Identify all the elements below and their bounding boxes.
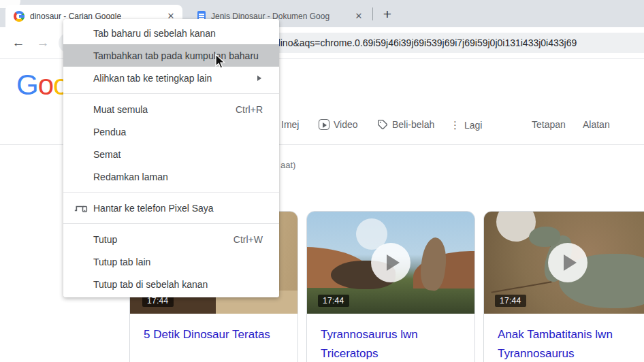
video-thumbnail[interactable]: 17:44 [484,212,644,314]
menu-separator [63,192,279,193]
video-title-link[interactable]: Anak Tambatitanis lwn Tyrannosaurus [484,314,644,362]
tab-context-menu: Tab baharu di sebelah kanan Tambahkan ta… [63,19,279,297]
video-icon [319,119,329,130]
tag-icon [377,119,388,130]
logo-letter: G [16,69,38,101]
mouse-cursor [212,54,227,70]
video-title-link[interactable]: 5 Detik Dinosaur Teratas [130,314,297,344]
submenu-arrow-icon [257,76,261,81]
menu-shortcut: Ctrl+W [234,234,263,245]
menu-label: Tutup tab lain [93,257,150,267]
play-button-icon[interactable] [371,243,410,282]
menu-label: Tutup [93,234,117,245]
nav-label: Lagi [464,120,482,131]
tab-title-fade [331,5,354,27]
video-thumbnail[interactable]: 17:44 [307,212,474,314]
nav-label: Tetapan [532,119,566,130]
menu-label: Tambahkan tab pada kumpulan baharu [93,50,259,61]
logo-letter: o [38,69,53,101]
menu-item-pin[interactable]: Semat [63,143,279,165]
menu-label: Semat [93,149,120,160]
more-dots-icon: ⋮ [450,119,460,131]
menu-separator [63,223,279,224]
result-stats-fragment: aat) [280,160,295,170]
menu-item-mute-site[interactable]: Redamkan laman [63,165,279,188]
nav-lagi[interactable]: ⋮ Lagi [450,119,482,131]
nav-tetapan[interactable]: Tetapan [532,119,566,130]
play-button-icon[interactable] [548,243,587,282]
menu-item-close[interactable]: Tutup Ctrl+W [63,228,279,250]
menu-item-move-tab-to-other-window[interactable]: Alihkan tab ke tetingkap lain [63,67,279,89]
back-icon[interactable]: ← [10,34,27,52]
nav-imej[interactable]: Imej [281,119,299,130]
url-text: q=dino&aqs=chrome.0.69i59j46i39j69i539j6… [264,37,577,48]
tab-separator [372,7,373,20]
nav-label: Imej [281,119,299,130]
menu-label: Pendua [93,127,126,137]
video-card[interactable]: 17:44 Anak Tambatitanis lwn Tyrannosauru… [483,211,644,362]
forward-icon: → [34,34,52,52]
dinosaur-head-shape [529,227,560,247]
menu-label: Hantar ke telefon Pixel Saya [93,203,214,214]
menu-item-add-tab-to-new-group[interactable]: Tambahkan tab pada kumpulan baharu [63,44,279,67]
browser-window: dinosaur - Carian Google ✕ Jenis Dinosau… [0,0,644,362]
new-tab-button[interactable]: + [379,5,396,23]
menu-label: Alihkan tab ke tetingkap lain [93,73,212,84]
menu-label: Tutup tab di sebelah kanan [93,279,208,290]
nav-label: Beli-belah [392,119,434,130]
menu-item-new-tab-right[interactable]: Tab baharu di sebelah kanan [63,22,279,44]
menu-item-send-to-pixel-phone[interactable]: Hantar ke telefon Pixel Saya [63,197,279,219]
video-duration-badge: 17:44 [318,295,349,307]
menu-shortcut: Ctrl+R [236,104,263,115]
video-card[interactable]: 17:44 Tyrannosaurus lwn Triceratops [306,211,475,362]
stick-shape [492,281,552,293]
menu-label: Tab baharu di sebelah kanan [93,28,216,39]
nav-video[interactable]: Video [319,119,358,130]
menu-label: Muat semula [93,104,148,115]
menu-separator [63,93,279,94]
menu-item-close-tabs-to-right[interactable]: Tutup tab di sebelah kanan [63,273,279,295]
nav-label: Alatan [583,119,610,130]
video-duration-badge: 17:44 [495,295,526,307]
video-title-link[interactable]: Tyrannosaurus lwn Triceratops [307,314,474,362]
nav-label: Video [334,119,358,130]
menu-item-duplicate[interactable]: Pendua [63,120,279,143]
google-g-icon [14,11,25,22]
menu-item-reload[interactable]: Muat semula Ctrl+R [63,98,279,120]
close-tab-icon[interactable]: ✕ [353,10,365,22]
menu-label: Redamkan laman [93,171,168,182]
menu-item-close-other-tabs[interactable]: Tutup tab lain [63,250,279,273]
nav-beli-belah[interactable]: Beli-belah [377,119,434,130]
nav-alatan[interactable]: Alatan [583,119,610,130]
devices-icon [74,201,88,215]
